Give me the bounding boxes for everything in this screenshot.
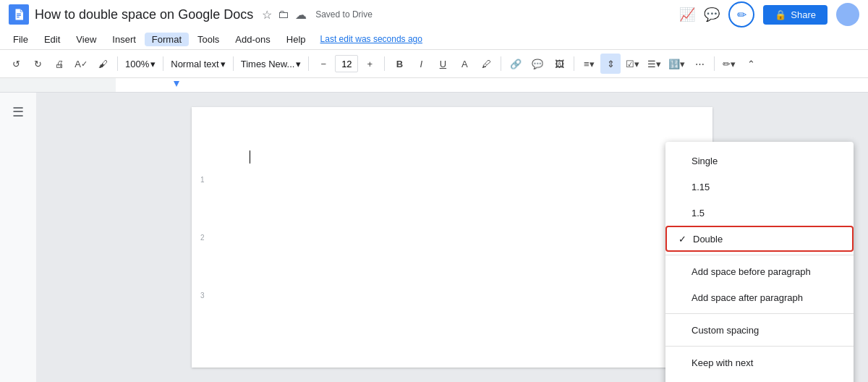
left-sidebar: ☰ — [0, 93, 36, 382]
custom-spacing[interactable]: Custom spacing — [665, 317, 854, 343]
spellcheck-button[interactable]: A✓ — [71, 54, 91, 74]
font-select[interactable]: Times New... ▾ — [238, 54, 305, 74]
edit-mode-button[interactable]: ✏▾ — [719, 54, 739, 74]
add-space-before[interactable]: Add space before paragraph — [665, 258, 854, 284]
line-spacing-dropdown: Single 1.15 1.5 ✓ Double Add space befor… — [665, 142, 854, 382]
app-logo — [9, 4, 29, 25]
print-button[interactable]: 🖨 — [49, 54, 69, 74]
menu-addons[interactable]: Add-ons — [228, 33, 277, 46]
underline-button[interactable]: U — [433, 54, 453, 74]
svg-rect-0 — [17, 14, 21, 14]
ruler — [0, 78, 868, 93]
save-status: Saved to Drive — [315, 9, 373, 20]
chevron-down-icon: ▾ — [150, 59, 156, 69]
spacing-115[interactable]: 1.15 — [665, 174, 854, 200]
star-icon[interactable]: ☆ — [262, 8, 272, 22]
menu-format[interactable]: Format — [145, 33, 189, 46]
spacing-15-label: 1.5 — [692, 208, 705, 218]
keep-with-next-label: Keep with next — [692, 357, 753, 368]
menu-file[interactable]: File — [6, 33, 35, 46]
font-color-button[interactable]: A — [454, 54, 475, 74]
align-button[interactable]: ≡▾ — [579, 54, 599, 74]
divider-1 — [665, 255, 854, 255]
document-title: How to double space on Google Docs — [35, 7, 253, 22]
comment-button[interactable]: 💬 — [527, 54, 548, 74]
separator-5 — [384, 56, 385, 71]
add-space-before-label: Add space before paragraph — [692, 266, 811, 277]
share-button[interactable]: 🔒 Share — [763, 5, 827, 25]
separator-2 — [163, 56, 163, 71]
ruler-doc-area — [116, 78, 868, 92]
editing-mode-button[interactable]: ✏ — [728, 1, 754, 27]
separator-4 — [308, 56, 309, 71]
add-space-after[interactable]: Add space after paragraph — [665, 284, 854, 310]
chevron-down-icon-2: ▾ — [221, 59, 226, 69]
spacing-double[interactable]: ✓ Double — [665, 226, 854, 252]
document-outline-icon[interactable]: ☰ — [12, 104, 24, 120]
checklist-button[interactable]: ☑▾ — [622, 54, 642, 74]
menu-bar: File Edit View Insert Format Tools Add-o… — [0, 29, 868, 49]
comments-icon[interactable]: 💬 — [704, 7, 720, 22]
chevron-down-icon-3: ▾ — [296, 59, 301, 69]
undo-button[interactable]: ↺ — [6, 54, 26, 74]
custom-spacing-label: Custom spacing — [692, 325, 759, 336]
ruler-content — [0, 78, 868, 92]
redo-button[interactable]: ↻ — [27, 54, 48, 74]
add-space-after-label: Add space after paragraph — [692, 292, 803, 303]
keep-lines-together[interactable]: Keep lines together — [665, 375, 854, 382]
font-size-input[interactable] — [335, 55, 358, 72]
spacing-115-label: 1.15 — [692, 182, 710, 192]
zoom-value: 100% — [125, 59, 149, 69]
pencil-icon: ✏ — [737, 8, 746, 22]
menu-edit[interactable]: Edit — [37, 33, 67, 46]
font-size-area: − + — [313, 54, 380, 74]
top-right-actions: 📈 💬 ✏ 🔒 Share — [679, 1, 859, 27]
user-avatar[interactable] — [836, 3, 859, 26]
svg-rect-1 — [17, 15, 21, 16]
doc-page: 1 2 3 — [192, 107, 712, 368]
line-spacing-button[interactable]: ⇕ — [600, 54, 621, 74]
more-button[interactable]: ⌃ — [741, 54, 761, 74]
image-button[interactable]: 🖼 — [549, 54, 569, 74]
separator-8 — [714, 56, 715, 71]
bold-button[interactable]: B — [389, 54, 409, 74]
font-size-increase[interactable]: + — [359, 54, 380, 74]
ruler-tab-marker — [174, 81, 179, 87]
separator-1 — [117, 56, 118, 71]
menu-help[interactable]: Help — [279, 33, 313, 46]
bulleted-list-button[interactable]: ☰▾ — [644, 54, 664, 74]
menu-insert[interactable]: Insert — [105, 33, 143, 46]
svg-rect-2 — [17, 17, 20, 17]
line-numbers: 1 2 3 — [200, 107, 205, 368]
lock-icon: 🔒 — [775, 9, 786, 20]
indent-button[interactable]: ⋯ — [689, 54, 710, 74]
numbered-list-button[interactable]: 🔢▾ — [665, 54, 688, 74]
font-size-decrease[interactable]: − — [313, 54, 333, 74]
separator-3 — [233, 56, 234, 71]
italic-button[interactable]: I — [411, 54, 431, 74]
keep-with-next[interactable]: Keep with next — [665, 349, 854, 375]
last-edit-text[interactable]: Last edit was seconds ago — [320, 34, 422, 44]
toolbar: ↺ ↻ 🖨 A✓ 🖌 100% ▾ Normal text ▾ Times Ne… — [0, 49, 868, 78]
title-action-icons: ☆ 🗀 ☁ Saved to Drive — [262, 8, 373, 22]
main-area: ☰ 1 2 3 Single 1.15 1.5 ✓ Double — [0, 93, 868, 382]
style-value: Normal text — [171, 59, 218, 69]
folder-icon[interactable]: 🗀 — [278, 8, 289, 21]
separator-6 — [501, 56, 501, 71]
analytics-icon[interactable]: 📈 — [679, 7, 695, 22]
zoom-select[interactable]: 100% ▾ — [122, 54, 158, 74]
divider-3 — [665, 346, 854, 347]
menu-view[interactable]: View — [69, 33, 103, 46]
menu-tools[interactable]: Tools — [190, 33, 226, 46]
highlight-button[interactable]: 🖊 — [476, 54, 496, 74]
style-select[interactable]: Normal text ▾ — [168, 54, 228, 74]
spacing-double-label: Double — [693, 234, 723, 245]
font-value: Times New... — [241, 59, 295, 69]
spacing-single[interactable]: Single — [665, 148, 854, 174]
paint-format-button[interactable]: 🖌 — [93, 54, 113, 74]
spacing-single-label: Single — [692, 156, 718, 166]
spacing-15[interactable]: 1.5 — [665, 200, 854, 226]
link-button[interactable]: 🔗 — [506, 54, 526, 74]
text-cursor — [250, 150, 250, 164]
check-icon-double: ✓ — [678, 234, 693, 245]
